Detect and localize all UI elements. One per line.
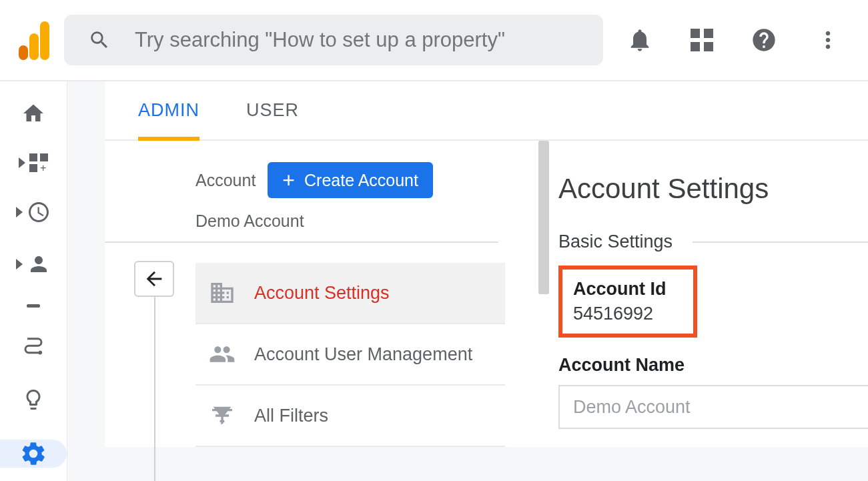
account-column-label: Account [195,171,256,190]
back-button[interactable] [134,261,174,297]
nav-collapse[interactable] [10,304,57,308]
menu-all-filters[interactable]: All Filters [195,386,505,447]
account-id-value: 54516992 [573,304,667,324]
notifications-icon[interactable] [626,27,653,53]
clock-icon [27,200,51,224]
menu-account-settings-label: Account Settings [254,283,390,304]
account-name-value: Demo Account [573,397,691,418]
admin-tabs: ADMIN USER [105,81,868,141]
account-column: Account + Create Account Demo Account Ac… [105,141,532,447]
filter-icon [209,402,236,429]
menu-user-management-label: Account User Management [254,344,472,365]
tab-user[interactable]: USER [246,100,299,139]
person-icon [27,252,51,276]
plus-icon: + [282,168,295,193]
header-actions [626,27,855,53]
admin-content: Account + Create Account Demo Account Ac… [105,141,868,447]
nav-admin[interactable] [0,440,67,468]
search-input[interactable]: Try searching "How to set up a property" [64,15,603,65]
back-arrow-icon [143,268,165,290]
gear-icon [19,440,47,468]
chevron-right-icon [16,207,23,217]
apps-icon[interactable] [691,29,713,51]
nav-discover[interactable] [10,388,57,412]
nav-home[interactable] [10,101,57,125]
dashboard-icon: + [29,153,48,172]
more-vert-icon[interactable] [815,27,841,53]
people-icon [209,341,236,368]
nav-realtime[interactable] [10,200,57,224]
lightbulb-icon [21,388,45,412]
basic-settings-heading: Basic Settings [558,231,673,252]
menu-account-settings[interactable]: Account Settings [195,263,505,324]
path-icon [21,336,45,360]
nav-attribution[interactable] [10,336,57,360]
scrollbar-track[interactable] [538,141,549,294]
home-icon [21,101,45,125]
analytics-logo [19,20,51,60]
building-icon [209,280,236,306]
settings-title: Account Settings [558,173,868,205]
nav-audience[interactable] [10,252,57,276]
dash-icon [27,304,40,308]
account-id-highlight: Account Id 54516992 [558,266,697,338]
settings-panel: Account Settings Basic Settings Account … [532,141,868,447]
account-name-label: Account Name [558,355,868,376]
help-icon[interactable] [751,27,777,53]
tree-line [154,297,155,481]
divider [693,242,868,243]
search-placeholder: Try searching "How to set up a property" [135,28,505,52]
create-account-label: Create Account [304,171,418,190]
create-account-button[interactable]: + Create Account [268,162,433,198]
tab-admin[interactable]: ADMIN [138,100,199,141]
account-id-label: Account Id [573,279,667,300]
account-name-input[interactable]: Demo Account [558,385,868,429]
nav-reports[interactable]: + [10,153,57,172]
menu-all-filters-label: All Filters [254,406,328,426]
chevron-right-icon [19,157,25,168]
menu-user-management[interactable]: Account User Management [195,324,505,386]
account-selector[interactable]: Demo Account [105,211,498,243]
app-header: Try searching "How to set up a property" [0,0,868,81]
left-nav-rail: + [0,81,67,481]
main-content: ADMIN USER Account + Create Account Dem [67,81,868,481]
chevron-right-icon [16,259,23,270]
search-icon [88,29,111,51]
